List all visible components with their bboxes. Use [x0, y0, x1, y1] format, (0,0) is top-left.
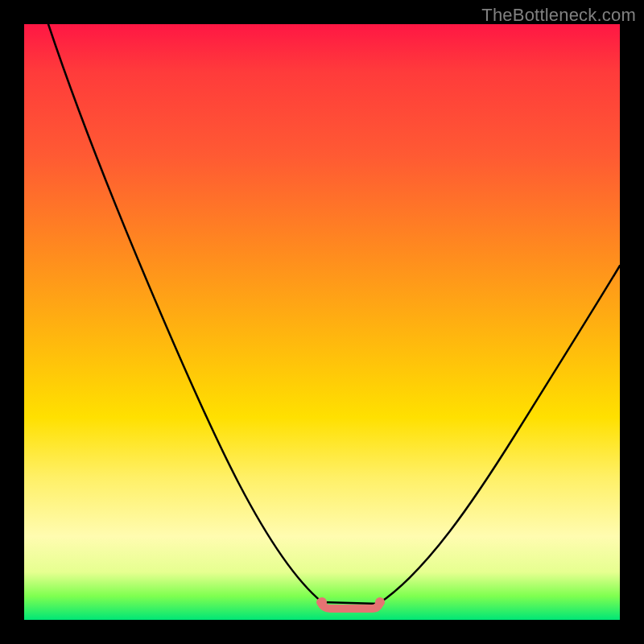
curve-layer [24, 24, 620, 620]
watermark-text: TheBottleneck.com [481, 5, 636, 26]
optimal-range-end-dot [375, 597, 385, 607]
plot-area [24, 24, 620, 620]
optimal-range-start-dot [317, 597, 327, 607]
chart-frame: TheBottleneck.com [0, 0, 644, 644]
bottleneck-curve [48, 24, 620, 604]
